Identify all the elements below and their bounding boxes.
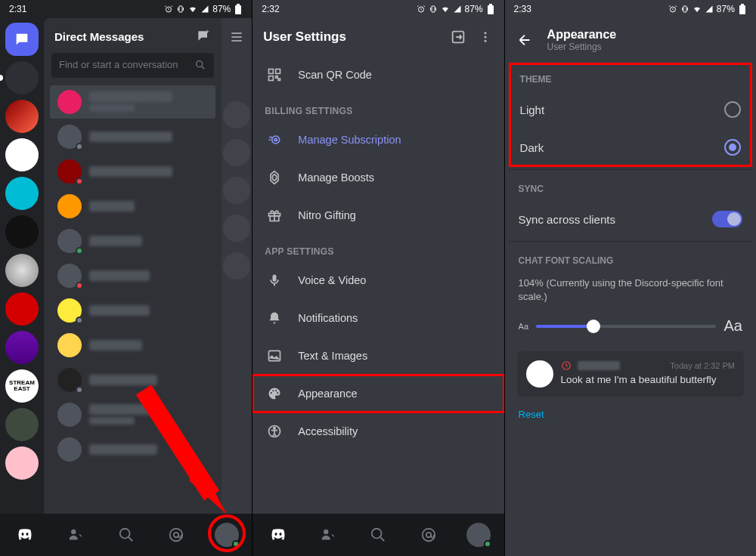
reset-link[interactable]: Reset [508, 403, 555, 426]
member-avatar[interactable] [223, 101, 250, 128]
status-time: 2:31 [9, 4, 26, 14]
nav-search-icon[interactable] [363, 520, 393, 550]
nav-discord-icon[interactable] [10, 520, 40, 550]
member-avatar[interactable] [223, 215, 250, 242]
nav-friends-icon[interactable] [60, 520, 91, 550]
annotation-arrow [129, 382, 234, 518]
svg-rect-1 [179, 6, 182, 12]
search-placeholder: Find or start a conversation [59, 59, 188, 72]
overflow-icon[interactable] [474, 30, 497, 44]
dm-item[interactable] [50, 294, 215, 327]
server-avatar[interactable] [5, 292, 39, 326]
server-avatar[interactable] [5, 177, 39, 210]
signal-icon [705, 5, 714, 14]
mic-icon [266, 272, 283, 289]
settings-item-scan-qr[interactable]: Scan QR Code [253, 56, 503, 94]
svg-rect-10 [432, 6, 435, 12]
battery-percent: 87% [717, 4, 735, 14]
svg-rect-17 [269, 70, 274, 74]
font-scale-description: 104% (Currently using the Discord-specif… [508, 272, 753, 314]
svg-point-26 [271, 392, 272, 394]
nav-search-icon[interactable] [111, 520, 141, 550]
dm-item[interactable] [50, 155, 215, 188]
settings-item-notifications[interactable]: Notifications [253, 299, 503, 337]
dm-item[interactable] [50, 120, 215, 153]
settings-item-appearance[interactable]: Appearance [253, 375, 503, 412]
svg-point-14 [484, 32, 486, 34]
status-time: 2:32 [262, 4, 279, 14]
server-avatar[interactable] [5, 100, 39, 133]
settings-item-voice-video[interactable]: Voice & Video [253, 261, 503, 299]
settings-item-label: Appearance [298, 388, 357, 400]
member-avatar[interactable] [223, 139, 250, 166]
member-avatar[interactable] [223, 252, 250, 280]
sync-label: Sync across clients [519, 213, 615, 226]
settings-item-manage-boosts[interactable]: Manage Boosts [253, 159, 503, 196]
hamburger-icon[interactable] [222, 18, 252, 56]
dm-item[interactable] [50, 259, 215, 292]
server-rail: STREAMEAST [0, 18, 44, 514]
account-switch-icon[interactable] [450, 29, 466, 45]
dm-item[interactable] [50, 329, 215, 362]
settings-header: User Settings [253, 18, 503, 56]
settings-item-manage-subscription[interactable]: Manage Subscription [253, 121, 503, 159]
dm-search[interactable]: Find or start a conversation [51, 53, 214, 78]
member-avatar[interactable] [223, 177, 250, 204]
nav-mentions-icon[interactable] [414, 520, 444, 550]
dm-item[interactable] [50, 85, 215, 119]
server-avatar[interactable] [5, 61, 39, 94]
qr-icon [266, 66, 283, 83]
settings-item-label: Accessibility [298, 425, 358, 437]
server-avatar[interactable] [5, 138, 39, 171]
svg-point-34 [426, 533, 431, 537]
section-sync-label: SYNC [508, 173, 753, 200]
toggle-on-icon[interactable] [712, 211, 742, 227]
settings-item-nitro-gifting[interactable]: Nitro Gifting [253, 196, 503, 234]
font-scale-slider[interactable] [536, 325, 716, 328]
nav-discord-icon[interactable] [263, 520, 293, 550]
theme-option-light[interactable]: Light [510, 91, 751, 128]
preview-username [578, 361, 620, 370]
new-dm-icon[interactable]: + [196, 29, 211, 44]
settings-item-text-images[interactable]: Text & Images [253, 337, 503, 375]
server-avatar[interactable] [5, 408, 39, 441]
dm-home-button[interactable] [5, 23, 39, 56]
dm-item[interactable] [50, 190, 215, 223]
section-app-label: APP SETTINGS [253, 234, 503, 261]
screen-user-settings: 2:32 87% User Settings Scan QR Code BILL… [252, 0, 503, 556]
wifi-icon [692, 5, 702, 14]
nav-friends-icon[interactable] [313, 520, 343, 550]
theme-section: THEME Light Dark [510, 63, 751, 166]
svg-rect-36 [683, 6, 686, 12]
back-button[interactable] [508, 23, 541, 57]
svg-point-21 [274, 138, 277, 141]
svg-point-5 [197, 61, 203, 67]
section-theme-label: THEME [510, 63, 751, 91]
svg-point-32 [372, 529, 382, 539]
nav-profile-button[interactable] [463, 520, 494, 550]
svg-rect-2 [235, 5, 241, 14]
section-font-label: CHAT FONT SCALING [508, 245, 753, 272]
preview-avatar [526, 360, 553, 388]
accessibility-icon [266, 423, 283, 440]
server-avatar[interactable] [5, 446, 39, 480]
bottom-nav [253, 514, 503, 556]
server-avatar[interactable] [5, 215, 39, 249]
nav-mentions-icon[interactable] [161, 520, 191, 550]
server-avatar[interactable]: STREAMEAST [5, 369, 39, 403]
server-avatar[interactable] [5, 331, 39, 364]
theme-label: Light [520, 103, 545, 116]
nitro-icon [266, 131, 283, 148]
clock-icon [561, 360, 572, 371]
status-bar: 2:31 87% [0, 0, 252, 18]
settings-item-accessibility[interactable]: Accessibility [253, 412, 503, 450]
svg-text:+: + [206, 29, 210, 36]
image-icon [266, 348, 283, 364]
settings-item-label: Scan QR Code [298, 69, 372, 81]
status-bar: 2:32 87% [253, 0, 503, 18]
settings-item-label: Nitro Gifting [298, 209, 356, 221]
theme-option-dark[interactable]: Dark [510, 128, 751, 166]
server-avatar[interactable] [5, 254, 39, 287]
dm-item[interactable] [50, 224, 215, 258]
sync-toggle-row[interactable]: Sync across clients [508, 200, 753, 238]
